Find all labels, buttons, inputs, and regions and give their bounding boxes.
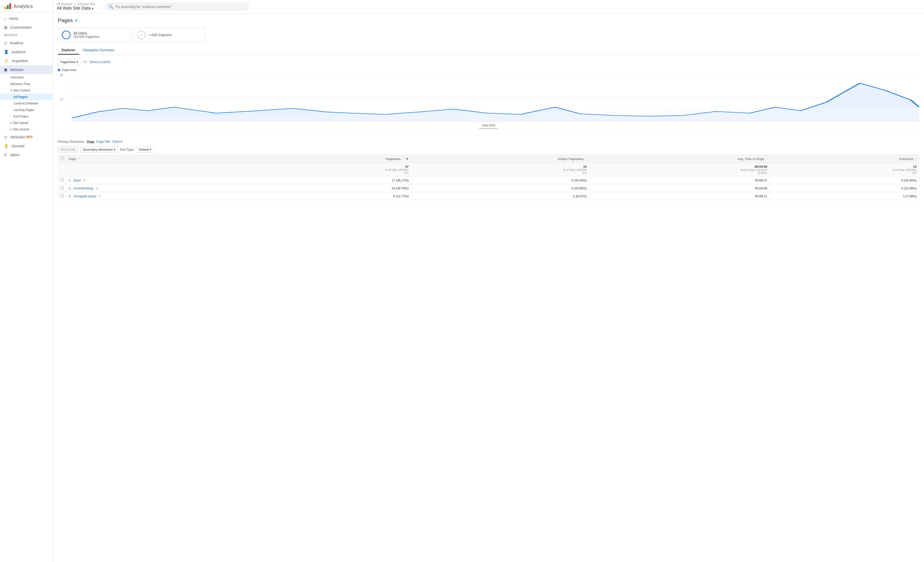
sidebar-sub-behavior-flow[interactable]: Behavior Flow (0, 81, 53, 87)
row2-checkbox-cell (58, 184, 66, 192)
row3-checkbox[interactable] (60, 194, 63, 197)
sidebar-item-acquisition[interactable]: ⚡ Acquisition (0, 56, 53, 65)
sidebar-item-realtime[interactable]: ◷ Realtime (0, 39, 53, 47)
sidebar-item-customization[interactable]: ▦ Customization (0, 23, 53, 32)
plot-rows-button[interactable]: Plot Rows (58, 146, 78, 153)
data-table: Page ? Pageviews ? ▼ Unique Pageviews ? … (58, 155, 919, 200)
row3-page-cell: 3. /hiring/job-posts/ ⧉ (66, 192, 262, 200)
row1-checkbox-cell (58, 176, 66, 184)
svg-rect-1 (7, 5, 9, 9)
sidebar-sub-content-drilldown[interactable]: Content Drilldown (0, 100, 53, 106)
row1-unique-cell: 5 (33.33%) (411, 176, 589, 184)
th-unique-label: Unique Pageviews (558, 157, 584, 161)
secondary-dim-dropdown[interactable]: Secondary dimension ▾ (80, 146, 118, 153)
row2-checkbox[interactable] (60, 186, 63, 189)
row3-num: 3. (69, 194, 71, 198)
th-entrances-help-icon[interactable]: ? (915, 157, 916, 160)
account-info: All accounts > UX Hack Test All Web Site… (57, 2, 95, 11)
row2-num: 2. (69, 186, 71, 190)
tab-navigation-summary[interactable]: Navigation Summary (79, 46, 118, 55)
sort-dropdown[interactable]: Default ▾ (136, 146, 154, 153)
select-all-checkbox[interactable] (60, 157, 63, 160)
svg-rect-2 (9, 3, 11, 9)
customization-icon: ▦ (4, 25, 8, 30)
sort-arrow-icon: ▼ (405, 157, 409, 161)
chevron-secondary-icon: ▾ (114, 148, 116, 151)
row3-avg-time-cell: 00:08:11 (589, 192, 770, 200)
sidebar-item-audience[interactable]: 👤 Audience (0, 47, 53, 56)
sidebar-label-landing-pages: Landing Pages (14, 108, 34, 112)
sidebar-label-exit-pages: Exit Pages (14, 114, 28, 118)
th-page-help-icon[interactable]: ? (78, 157, 79, 160)
sidebar-label-content-drilldown: Content Drilldown (14, 102, 38, 105)
total-pageviews-abs: (47) (264, 171, 409, 174)
th-pageviews-label: Pageviews (386, 157, 400, 161)
th-pageviews-help-icon[interactable]: ? (402, 157, 404, 160)
row1-pageviews-cell: 17 (36.17%) (262, 176, 411, 184)
th-page-label: Page (69, 157, 76, 161)
sidebar-label-admin: Admin (10, 153, 20, 157)
row2-entrances-cell: 3 (23.08%) (770, 184, 919, 192)
select-metric-link[interactable]: Select a metric (90, 60, 111, 64)
chevron-other-icon: ▾ (120, 140, 122, 143)
sidebar-label-all-pages: All Pages (14, 95, 28, 99)
sidebar-sub-overview[interactable]: Overview (0, 74, 53, 81)
th-avg-time-help-icon[interactable]: ? (766, 157, 767, 160)
sidebar-item-admin[interactable]: ⚙ Admin (0, 150, 53, 159)
search-bar[interactable]: 🔍 (105, 2, 249, 11)
segment-all-users[interactable]: All Users 100.00% Pageviews (58, 27, 130, 42)
sidebar-sub-all-pages[interactable]: All Pages (0, 94, 53, 100)
row1-entrances-cell: 5 (38.46%) (770, 176, 919, 184)
sidebar-label-customization: Customization (10, 25, 32, 29)
row1-copy-icon[interactable]: ⧉ (83, 179, 86, 182)
segment-info-all-users: All Users 100.00% Pageviews (74, 31, 100, 39)
metric-dropdown[interactable]: Pageviews ▾ (58, 59, 81, 65)
th-entrances: Entrances ? (770, 155, 919, 163)
sidebar-label-site-speed: Site Speed (13, 121, 28, 124)
row1-page-cell: 1. /jobs/ ⧉ (66, 176, 262, 184)
svg-marker-6 (72, 83, 919, 121)
row2-page-link[interactable]: /member/blog/ (74, 186, 93, 190)
row1-page-link[interactable]: /jobs/ (74, 178, 81, 182)
th-page: Page ? (66, 155, 262, 163)
chart-scrollbar[interactable] (479, 128, 498, 129)
sidebar-toggle-site-search[interactable]: ▸ Site Search (0, 126, 53, 133)
search-input[interactable] (115, 5, 245, 9)
sidebar-label-audience: Audience (12, 50, 26, 54)
row1-checkbox[interactable] (60, 178, 63, 181)
row3-copy-icon[interactable]: ⧉ (99, 195, 101, 198)
sidebar-item-behavior[interactable]: ▣ Behavior (0, 65, 53, 74)
sidebar-toggle-site-speed[interactable]: ▸ Site Speed (0, 120, 53, 126)
breadcrumb: All accounts > UX Hack Test (57, 2, 95, 6)
analytics-logo-icon (4, 2, 12, 10)
th-unique-help-icon[interactable]: ? (585, 157, 586, 160)
table-controls: Plot Rows Secondary dimension ▾ Sort Typ… (58, 146, 919, 153)
sidebar-item-home[interactable]: ⌂ Home (0, 14, 53, 23)
dim-other-dropdown[interactable]: Other ▾ (112, 140, 122, 143)
sidebar-toggle-site-content[interactable]: ▾ Site Content (0, 87, 53, 94)
sidebar-sub-landing-pages[interactable]: Landing Pages (0, 106, 53, 113)
property-name: All Web Site Data (57, 6, 91, 11)
dim-page-title-link[interactable]: Page Title (96, 140, 111, 143)
row3-page-link[interactable]: /hiring/job-posts/ (74, 194, 96, 198)
row2-copy-icon[interactable]: ⧉ (96, 187, 98, 190)
sidebar-item-attribution[interactable]: ◎ Attribution BETA (0, 133, 53, 141)
app-logo: Analytics (0, 0, 53, 12)
tab-explorer[interactable]: Explorer (58, 46, 79, 55)
sidebar-sub-exit-pages[interactable]: Exit Pages (0, 113, 53, 120)
add-segment-label: + Add Segment (148, 33, 172, 37)
total-unique-pct: % of Total: 100.00% (414, 168, 586, 171)
add-segment-card[interactable]: ○ + Add Segment (133, 27, 205, 42)
breadcrumb-sep: > (74, 2, 76, 6)
dim-page-link[interactable]: Page (87, 140, 94, 143)
sidebar-item-discover[interactable]: 💡 Discover (0, 141, 53, 150)
chevron-down-icon: ▾ (10, 89, 12, 92)
property-selector[interactable]: All Web Site Data ▾ (57, 6, 95, 11)
row3-unique-cell: 1 (6.67%) (411, 192, 589, 200)
table-total-row: 47 % of Total: 100.00% (47) 15 % of Tota… (58, 163, 919, 176)
segment-sub: 100.00% Pageviews (74, 35, 100, 39)
audience-icon: 👤 (4, 49, 9, 54)
home-icon: ⌂ (4, 16, 6, 21)
main-content: All accounts > UX Hack Test All Web Site… (53, 0, 924, 562)
row2-pageviews-cell: 14 (29.79%) (262, 184, 411, 192)
